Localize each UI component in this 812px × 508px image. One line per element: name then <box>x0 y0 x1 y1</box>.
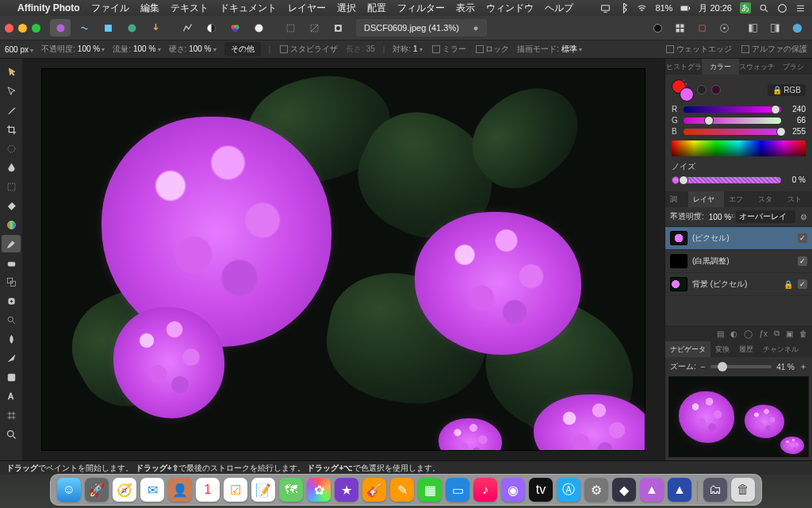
dock-app1[interactable]: ◆ <box>612 478 636 502</box>
slider-b[interactable] <box>776 127 786 137</box>
dock-appstore[interactable]: Ⓐ <box>557 478 580 502</box>
brush-flow[interactable]: 100 % <box>133 44 161 53</box>
dock-finder[interactable]: ☺ <box>57 478 81 502</box>
slider-noise[interactable] <box>679 175 688 185</box>
fx-icon[interactable]: ƒx <box>759 329 768 338</box>
menu-window[interactable]: ウィンドウ <box>486 2 534 15</box>
layers-stack-icon[interactable]: ▤ <box>717 329 724 338</box>
tab-adjust[interactable]: 調整 <box>665 191 688 207</box>
clone-tool[interactable] <box>2 273 21 291</box>
layer-visible-0[interactable]: ✓ <box>798 233 807 243</box>
value-g[interactable]: 66 <box>785 116 806 125</box>
dock-notes[interactable]: 📝 <box>251 478 275 502</box>
battery-icon[interactable] <box>680 3 691 13</box>
autowhite-icon[interactable] <box>248 19 269 37</box>
tab-styles[interactable]: スタイ <box>753 191 783 207</box>
brush-opacity[interactable]: 100 % <box>78 44 105 53</box>
hue-picker[interactable] <box>672 140 806 156</box>
blend-mode[interactable]: 標準 <box>561 44 582 53</box>
autocontrast-icon[interactable] <box>201 19 221 37</box>
tab-navigator[interactable]: ナビゲータ <box>665 341 710 357</box>
dock-keynote[interactable]: ▭ <box>446 478 469 502</box>
recent-color-2[interactable] <box>711 85 721 94</box>
persona-tone[interactable] <box>121 19 142 37</box>
crop-layer-icon[interactable]: ⧉ <box>774 329 779 338</box>
close-window[interactable] <box>5 24 13 33</box>
mask-icon[interactable]: ◐ <box>730 329 737 338</box>
folder-icon[interactable]: ▣ <box>786 329 793 338</box>
brush-hardness[interactable]: 100 % <box>189 44 216 53</box>
menu-text[interactable]: テキスト <box>170 2 209 15</box>
help-icon[interactable] <box>787 19 807 37</box>
autocolor-icon[interactable] <box>224 19 245 37</box>
tab-swatches[interactable]: スウォッチ <box>739 59 776 75</box>
dock-contacts[interactable]: 👤 <box>168 478 192 502</box>
dock-podcasts[interactable]: ◉ <box>501 478 525 502</box>
fill-tool[interactable] <box>2 197 21 214</box>
slider-g[interactable] <box>704 116 714 125</box>
dock-imovie[interactable]: ★ <box>335 478 358 502</box>
layer-row-0[interactable]: (ピクセル) ✓ <box>665 227 812 250</box>
paintbrush-tool[interactable] <box>2 235 21 252</box>
tab-layers[interactable]: レイヤー <box>688 191 724 207</box>
value-noise[interactable]: 0 % <box>785 175 806 184</box>
dock-tv[interactable]: tv <box>529 478 553 502</box>
bluetooth-icon[interactable] <box>619 3 629 13</box>
ime-indicator[interactable]: あ <box>740 2 751 13</box>
dock-safari[interactable]: 🧭 <box>113 478 136 502</box>
lock-check[interactable] <box>476 45 484 53</box>
screen-icon[interactable] <box>600 3 611 13</box>
brush-more[interactable]: その他 <box>224 42 261 56</box>
recent-color-1[interactable] <box>697 85 707 94</box>
studio-left-icon[interactable] <box>742 19 763 37</box>
menu-help[interactable]: ヘルプ <box>545 2 573 15</box>
selection-brush-tool[interactable] <box>2 140 21 157</box>
retouch-tool[interactable] <box>2 330 21 348</box>
dodge-tool[interactable] <box>2 311 21 329</box>
dock-calendar[interactable]: 1 <box>196 478 220 502</box>
layer-settings-icon[interactable]: ⚙ <box>800 213 807 221</box>
persona-liquify[interactable] <box>74 19 94 37</box>
persona-develop[interactable] <box>98 19 118 37</box>
tab-stock[interactable]: ストッ <box>783 191 812 207</box>
zoom-window[interactable] <box>32 24 40 33</box>
navigator-preview[interactable] <box>668 376 809 457</box>
dock-trash[interactable]: 🗑 <box>731 478 755 502</box>
persona-photo[interactable] <box>50 19 71 37</box>
stabilizer-check[interactable] <box>280 45 288 53</box>
quickmask-icon[interactable] <box>327 19 348 37</box>
document-tab[interactable]: DSCF0609.jpeg (41.3%) ● <box>356 19 487 37</box>
selection-invert-icon[interactable] <box>304 19 324 37</box>
dock-music[interactable]: ♪ <box>473 478 497 502</box>
dock-mail[interactable]: ✉ <box>140 478 164 502</box>
text-tool[interactable]: A <box>2 387 21 405</box>
tab-history[interactable]: 履歴 <box>734 341 758 357</box>
value-b[interactable]: 255 <box>785 127 806 136</box>
zoom-value[interactable]: 41 % <box>776 363 795 371</box>
slider-r[interactable] <box>771 105 780 114</box>
menu-select[interactable]: 選択 <box>337 2 356 15</box>
notification-icon[interactable] <box>795 3 806 13</box>
spotlight-icon[interactable] <box>759 3 769 13</box>
brush-width[interactable]: 600 px <box>5 45 33 54</box>
clock[interactable]: 月 20:26 <box>699 2 732 14</box>
menu-file[interactable]: ファイル <box>91 2 129 15</box>
swap-bg-icon[interactable] <box>647 19 668 37</box>
minimize-window[interactable] <box>18 24 27 33</box>
tab-color[interactable]: カラー <box>702 59 738 75</box>
mesh-tool[interactable] <box>2 406 21 424</box>
wifi-icon[interactable] <box>637 3 647 13</box>
app-name[interactable]: Affinity Photo <box>17 2 80 13</box>
marquee-tool[interactable] <box>2 178 21 195</box>
mirror-check[interactable] <box>432 45 440 53</box>
erase-tool[interactable] <box>2 254 21 271</box>
dock-maps[interactable]: 🗺 <box>279 478 303 502</box>
color-mode[interactable]: 🔒 RGB <box>768 84 806 96</box>
zoom-tool[interactable] <box>2 425 21 443</box>
trash-icon[interactable]: 🗑 <box>799 329 807 338</box>
dock-affinity[interactable]: ▲ <box>640 478 664 502</box>
layer-row-1[interactable]: (白黒調整) ✓ <box>665 250 812 273</box>
heal-tool[interactable] <box>2 292 21 310</box>
value-r[interactable]: 240 <box>785 105 806 114</box>
dock-affinity2[interactable]: ▲ <box>668 478 691 502</box>
